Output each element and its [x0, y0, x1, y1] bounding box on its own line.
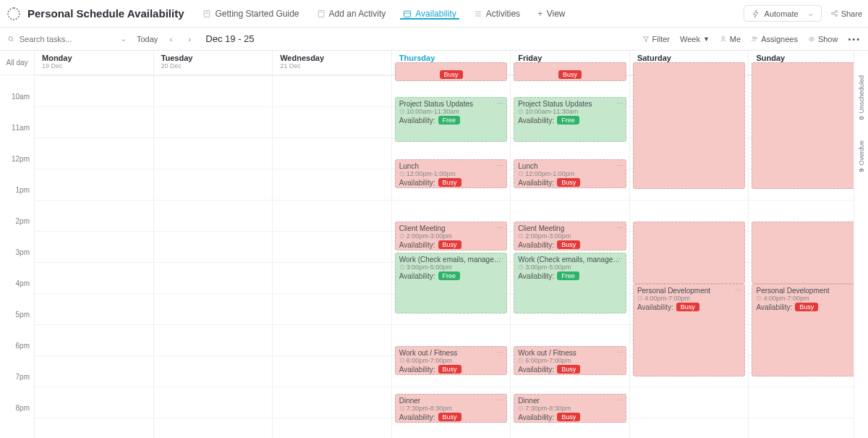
event-menu-icon[interactable]: ⋯ [616, 256, 623, 263]
calendar-event[interactable]: Project Status Updates10:00am-11:30amAva… [395, 97, 508, 142]
hour-label: 12pm [0, 155, 34, 186]
hour-label: 5pm [0, 311, 34, 342]
event-time: 12:00pm-1:00pm [399, 170, 503, 177]
event-availability: Availability: Free [399, 271, 503, 280]
doc-icon [317, 9, 326, 18]
filter-button[interactable]: Filter [642, 35, 670, 43]
day-header[interactable]: Tuesday20 Dec [154, 51, 273, 75]
day-name: Thursday [399, 54, 503, 62]
chevron-down-icon[interactable]: ⌄ [120, 34, 127, 43]
day-column: Sunday25 DecPersonal Development4:00pm-7… [749, 51, 868, 438]
event-availability: Availability: Busy [399, 365, 503, 374]
hour-label: 6pm [0, 342, 34, 373]
svg-line-16 [12, 40, 14, 41]
event-availability: Availability: Busy [756, 303, 860, 311]
calendar-event[interactable] [752, 222, 864, 284]
event-availability: Availability: Busy [518, 178, 622, 187]
tab-availability[interactable]: Availability [394, 9, 464, 19]
tab-add-activity[interactable]: Add an Activity [308, 9, 395, 19]
calendar-event[interactable]: Work (Check emails, manage projects)3:00… [514, 253, 626, 313]
calendar-event[interactable]: Personal Development4:00pm-7:00pmAvailab… [633, 284, 746, 376]
day-header[interactable]: Wednesday21 Dec [273, 51, 391, 75]
event-availability: Availability: Busy [518, 365, 622, 374]
event-menu-icon[interactable]: ⋯ [616, 100, 623, 107]
svg-point-20 [811, 38, 812, 40]
calendar-event[interactable]: Lunch12:00pm-1:00pmAvailability: Busy⋯ [514, 159, 626, 188]
calendar-event[interactable]: Personal Development4:00pm-7:00pmAvailab… [752, 284, 864, 376]
automate-button[interactable]: Automate ⌄ [744, 5, 822, 22]
share-label: Share [841, 9, 862, 18]
tab-add-view[interactable]: + View [529, 8, 574, 19]
tab-getting-started[interactable]: Getting Started Guide [194, 9, 307, 19]
week-dropdown[interactable]: Week ▼ [680, 35, 710, 43]
day-column: Saturday24 DecPersonal Development4:00pm… [630, 51, 749, 438]
svg-line-13 [833, 12, 835, 12]
clock-icon [399, 171, 405, 177]
event-availability: Availability: Busy [518, 413, 622, 421]
calendar-event[interactable]: Client Meeting2:00pm-3:00pmAvailability:… [395, 222, 508, 250]
more-button[interactable]: ••• [848, 35, 861, 43]
event-availability: Availability: Free [518, 271, 622, 280]
calendar-event[interactable] [633, 62, 746, 189]
calendar-event[interactable]: Client Meeting2:00pm-3:00pmAvailability:… [514, 222, 626, 250]
svg-point-11 [835, 10, 838, 12]
next-arrow[interactable]: › [184, 35, 195, 43]
hour-label: 8pm [0, 404, 34, 435]
calendar-event[interactable]: Lunch12:00pm-1:00pmAvailability: Busy⋯ [395, 159, 508, 188]
assignees-button[interactable]: Assignees [751, 35, 798, 43]
event-title: Lunch [399, 162, 503, 170]
event-menu-icon[interactable]: ⋯ [497, 224, 503, 232]
calendar-event[interactable] [633, 222, 746, 284]
calendar-event[interactable]: Work (Check emails, manage projects)3:00… [395, 253, 508, 313]
calendar-event[interactable]: Work out / Fitness6:00pm-7:00pmAvailabil… [395, 346, 508, 375]
calendar-event[interactable] [752, 62, 864, 189]
share-icon [830, 9, 838, 17]
event-time: 3:00pm-5:00pm [399, 264, 503, 271]
event-menu-icon[interactable]: ⋯ [497, 397, 503, 404]
automate-label: Automate [765, 9, 799, 18]
me-button[interactable]: Me [720, 35, 741, 43]
calendar-event[interactable]: Project Status Updates10:00am-11:30amAva… [514, 97, 626, 142]
hour-label: 4pm [0, 279, 34, 311]
calendar-event[interactable]: Busy [395, 62, 508, 81]
bolt-icon [752, 9, 760, 18]
svg-rect-5 [404, 11, 411, 17]
tab-activities[interactable]: Activities [465, 9, 529, 19]
event-menu-icon[interactable]: ⋯ [616, 162, 623, 169]
event-menu-icon[interactable]: ⋯ [497, 162, 503, 169]
prev-arrow[interactable]: ‹ [165, 35, 176, 43]
today-button[interactable]: Today [137, 35, 158, 43]
plus-icon: + [537, 8, 543, 19]
calendar-event[interactable]: Busy [514, 62, 626, 81]
event-menu-icon[interactable]: ⋯ [616, 224, 623, 232]
event-menu-icon[interactable]: ⋯ [497, 100, 503, 107]
day-column: Tuesday20 Dec [154, 51, 273, 438]
event-availability: Availability: Busy [637, 303, 741, 311]
event-availability: Availability: Busy [399, 178, 503, 187]
calendar-event[interactable]: Dinner7:30pm-8:30pmAvailability: Busy⋯ [395, 394, 508, 423]
page-title: Personal Schedule Availability [27, 7, 184, 20]
overdue-tab[interactable]: 9 Overdue [858, 140, 865, 172]
app-logo-icon [7, 7, 20, 20]
event-menu-icon[interactable]: ⋯ [616, 397, 623, 404]
unscheduled-tab[interactable]: 0 Unscheduled [858, 75, 865, 120]
search-box[interactable] [7, 35, 116, 43]
chevron-down-icon: ▼ [703, 35, 710, 43]
hour-label: 11am [0, 124, 34, 155]
day-header[interactable]: Monday19 Dec [35, 51, 153, 75]
tab-label: Availability [415, 9, 456, 19]
clock-icon [399, 109, 405, 114]
calendar-event[interactable]: Work out / Fitness6:00pm-7:00pmAvailabil… [514, 346, 626, 375]
event-menu-icon[interactable]: ⋯ [735, 287, 741, 294]
event-menu-icon[interactable]: ⋯ [616, 349, 623, 356]
doc-icon [203, 9, 211, 18]
search-input[interactable] [20, 35, 116, 43]
event-menu-icon[interactable]: ⋯ [497, 256, 503, 263]
calendar-event[interactable]: Dinner7:30pm-8:30pmAvailability: Busy⋯ [514, 394, 626, 423]
show-button[interactable]: Show [808, 35, 838, 43]
event-menu-icon[interactable]: ⋯ [497, 349, 503, 356]
event-title: Client Meeting [399, 224, 503, 232]
share-button[interactable]: Share [830, 9, 862, 18]
clock-icon [518, 358, 524, 363]
event-availability: Availability: Busy [399, 413, 503, 421]
